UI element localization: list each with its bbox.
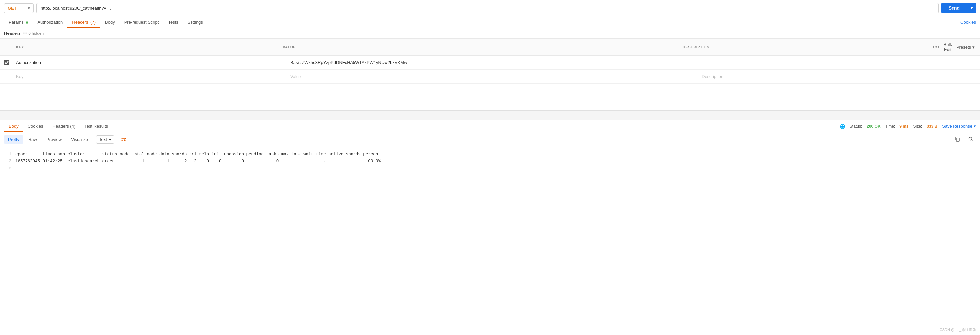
presets-chevron-icon: ▾ — [972, 45, 975, 50]
url-input[interactable] — [37, 3, 939, 13]
search-button[interactable] — [966, 135, 976, 144]
response-tabs-row: Body Cookies Headers (4) Test Results 🌐 … — [0, 120, 980, 132]
params-dot — [26, 21, 28, 24]
tab-headers[interactable]: Headers (7) — [67, 16, 100, 28]
format-row: Pretty Raw Preview Visualize Text ▾ — [0, 132, 980, 147]
empty-request-space — [0, 84, 980, 110]
send-arrow-icon[interactable]: ▾ — [967, 3, 976, 13]
line-content-2: 1657762945 01:42:25 elasticsearch green … — [15, 158, 381, 165]
headers-table: KEY VALUE DESCRIPTION ••• Bulk Edit Pres… — [0, 39, 980, 84]
copy-icon — [955, 136, 960, 142]
svg-line-2 — [972, 140, 973, 141]
save-response-button[interactable]: Save Response ▾ — [942, 124, 976, 129]
text-type-label: Text — [99, 137, 107, 142]
placeholder-key[interactable]: Key — [16, 74, 290, 79]
eye-icon: 👁 — [23, 31, 27, 36]
table-header-row: KEY VALUE DESCRIPTION ••• Bulk Edit Pres… — [0, 39, 980, 56]
key-col-header: KEY — [16, 45, 283, 49]
method-select[interactable]: GET ▾ — [4, 3, 34, 13]
time-value: 9 ms — [899, 124, 908, 129]
bulk-edit-button[interactable]: Bulk Edit — [942, 41, 953, 53]
send-button[interactable]: Send ▾ — [941, 3, 976, 13]
line-number-2: 2 — [5, 158, 11, 165]
request-tabs-row: Params Authorization Headers (7) Body Pr… — [0, 16, 980, 28]
status-label: Status: — [850, 124, 862, 129]
code-line-1: 1 epoch timestamp cluster status node.to… — [5, 151, 975, 158]
time-label: Time: — [885, 124, 895, 129]
row-value: Basic ZWxhc3RpYzpPdDNFcHA5WTAxPW1yNUw2bk… — [290, 60, 702, 65]
code-line-3: 3 — [5, 165, 975, 172]
response-meta: 🌐 Status: 200 OK Time: 9 ms Size: 333 B … — [840, 124, 976, 129]
text-type-select[interactable]: Text ▾ — [96, 135, 114, 144]
svg-rect-0 — [956, 138, 959, 141]
format-tab-pretty[interactable]: Pretty — [4, 135, 23, 144]
format-tab-raw[interactable]: Raw — [24, 135, 41, 144]
wrap-icon — [121, 136, 127, 142]
method-chevron-icon: ▾ — [28, 6, 30, 11]
response-tab-body[interactable]: Body — [4, 120, 23, 132]
line-content-1: epoch timestamp cluster status node.tota… — [15, 151, 381, 158]
text-type-chevron-icon: ▾ — [109, 137, 111, 142]
globe-icon: 🌐 — [840, 124, 845, 129]
method-label: GET — [8, 6, 17, 11]
response-tab-cookies[interactable]: Cookies — [23, 120, 48, 132]
headers-badge: (7) — [91, 19, 96, 24]
tab-params[interactable]: Params — [4, 16, 33, 28]
cookies-link[interactable]: Cookies — [961, 16, 976, 28]
dots-button[interactable]: ••• — [932, 41, 940, 53]
status-value: 200 OK — [867, 124, 880, 129]
actions-col-header: ••• Bulk Edit Presets ▾ — [950, 41, 976, 53]
headers-section-row: Headers 👁 6 hidden — [0, 28, 980, 39]
wrap-button[interactable] — [118, 134, 130, 145]
response-tab-headers[interactable]: Headers (4) — [48, 120, 80, 132]
placeholder-value[interactable]: Value — [290, 74, 702, 79]
row-checkbox-area[interactable] — [4, 60, 16, 65]
tab-prerequest[interactable]: Pre-request Script — [119, 16, 164, 28]
send-label: Send — [941, 3, 967, 13]
tab-tests[interactable]: Tests — [163, 16, 183, 28]
row-key: Authorization — [16, 60, 290, 65]
copy-button[interactable] — [952, 135, 963, 144]
table-row: Authorization Basic ZWxhc3RpYzpPdDNFcHA5… — [0, 56, 980, 70]
size-label: Size: — [913, 124, 922, 129]
line-number-1: 1 — [5, 151, 11, 158]
format-tab-visualize[interactable]: Visualize — [67, 135, 92, 144]
tab-settings[interactable]: Settings — [183, 16, 208, 28]
response-tab-test-results[interactable]: Test Results — [80, 120, 113, 132]
hidden-count: 6 hidden — [29, 31, 44, 36]
presets-button[interactable]: Presets ▾ — [955, 41, 976, 53]
tab-body[interactable]: Body — [100, 16, 119, 28]
code-line-2: 2 1657762945 01:42:25 elasticsearch gree… — [5, 158, 975, 165]
request-response-divider — [0, 110, 980, 120]
search-icon — [968, 136, 974, 142]
top-bar: GET ▾ Send ▾ — [0, 0, 980, 16]
value-col-header: VALUE — [283, 45, 683, 49]
line-number-3: 3 — [5, 165, 11, 172]
size-value: 333 B — [927, 124, 937, 129]
save-response-chevron-icon: ▾ — [974, 124, 976, 129]
tab-authorization[interactable]: Authorization — [33, 16, 67, 28]
format-tab-preview[interactable]: Preview — [42, 135, 65, 144]
response-code-area: 1 epoch timestamp cluster status node.to… — [0, 147, 980, 176]
hidden-badge: 👁 6 hidden — [23, 31, 44, 36]
row-checkbox[interactable] — [4, 60, 9, 65]
placeholder-desc[interactable]: Description — [702, 74, 976, 79]
desc-col-header: DESCRIPTION — [683, 45, 950, 49]
placeholder-row: Key Value Description — [0, 70, 980, 84]
headers-label: Headers — [4, 31, 20, 36]
response-area: Body Cookies Headers (4) Test Results 🌐 … — [0, 120, 980, 176]
